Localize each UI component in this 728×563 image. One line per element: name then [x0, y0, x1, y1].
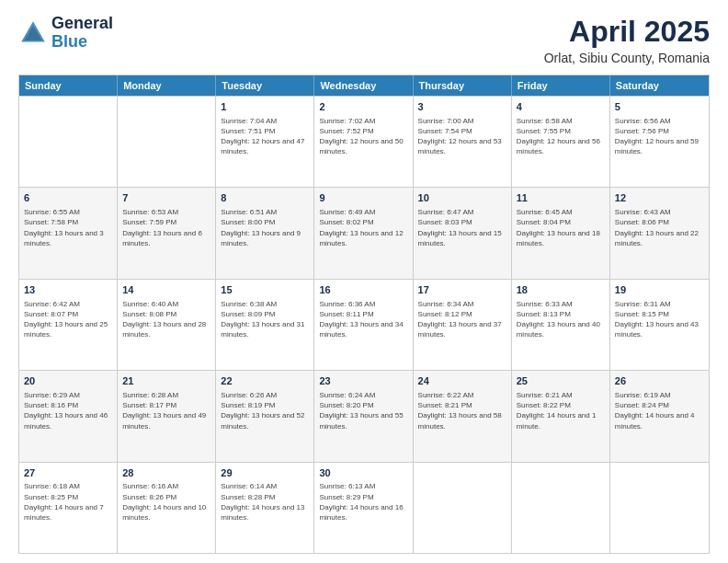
calendar-cell-w2-d4: 9Sunrise: 6:49 AM Sunset: 8:02 PM Daylig…	[314, 188, 413, 278]
day-number: 12	[615, 191, 704, 205]
calendar-cell-w5-d5	[414, 463, 512, 553]
location: Orlat, Sibiu County, Romania	[544, 51, 710, 65]
day-info: Sunrise: 6:43 AM Sunset: 8:06 PM Dayligh…	[615, 207, 704, 248]
day-number: 13	[24, 283, 112, 297]
calendar-cell-w4-d4: 23Sunrise: 6:24 AM Sunset: 8:20 PM Dayli…	[314, 371, 413, 461]
calendar-cell-w3-d7: 19Sunrise: 6:31 AM Sunset: 8:15 PM Dayli…	[610, 280, 709, 370]
day-info: Sunrise: 6:13 AM Sunset: 8:29 PM Dayligh…	[319, 481, 407, 523]
calendar-body: 1Sunrise: 7:04 AM Sunset: 7:51 PM Daylig…	[19, 96, 709, 553]
day-info: Sunrise: 6:53 AM Sunset: 7:59 PM Dayligh…	[122, 207, 210, 248]
day-number: 2	[319, 100, 407, 114]
day-info: Sunrise: 6:47 AM Sunset: 8:03 PM Dayligh…	[418, 207, 506, 248]
calendar-cell-w5-d3: 29Sunrise: 6:14 AM Sunset: 8:28 PM Dayli…	[216, 463, 314, 553]
day-number: 7	[122, 191, 210, 205]
day-info: Sunrise: 6:33 AM Sunset: 8:13 PM Dayligh…	[517, 299, 605, 340]
day-info: Sunrise: 6:16 AM Sunset: 8:26 PM Dayligh…	[122, 481, 210, 523]
calendar-cell-w5-d1: 27Sunrise: 6:18 AM Sunset: 8:25 PM Dayli…	[19, 463, 118, 553]
day-number: 26	[615, 374, 704, 388]
calendar-header: SundayMondayTuesdayWednesdayThursdayFrid…	[19, 75, 709, 96]
day-number: 15	[221, 283, 309, 297]
calendar-cell-w2-d5: 10Sunrise: 6:47 AM Sunset: 8:03 PM Dayli…	[414, 188, 512, 278]
day-number: 19	[615, 283, 704, 297]
logo-general-text: General	[51, 15, 113, 33]
day-info: Sunrise: 6:28 AM Sunset: 8:17 PM Dayligh…	[122, 390, 210, 431]
calendar-cell-w4-d7: 26Sunrise: 6:19 AM Sunset: 8:24 PM Dayli…	[610, 371, 709, 461]
day-info: Sunrise: 6:49 AM Sunset: 8:02 PM Dayligh…	[319, 207, 407, 248]
logo-text: General Blue	[51, 15, 113, 52]
day-number: 21	[122, 374, 210, 388]
calendar-cell-w2-d2: 7Sunrise: 6:53 AM Sunset: 7:59 PM Daylig…	[118, 188, 216, 278]
calendar-cell-w5-d2: 28Sunrise: 6:16 AM Sunset: 8:26 PM Dayli…	[118, 463, 216, 553]
day-info: Sunrise: 6:24 AM Sunset: 8:20 PM Dayligh…	[319, 390, 407, 431]
day-number: 20	[24, 374, 112, 388]
day-number: 1	[221, 100, 309, 114]
day-info: Sunrise: 6:42 AM Sunset: 8:07 PM Dayligh…	[24, 299, 112, 340]
day-number: 24	[418, 374, 506, 388]
day-number: 6	[24, 191, 112, 205]
logo-blue-text: Blue	[51, 33, 113, 52]
day-info: Sunrise: 6:26 AM Sunset: 8:19 PM Dayligh…	[221, 390, 309, 431]
calendar-cell-w1-d7: 5Sunrise: 6:56 AM Sunset: 7:56 PM Daylig…	[610, 97, 709, 187]
day-number: 22	[221, 374, 309, 388]
day-number: 16	[319, 283, 407, 297]
calendar-cell-w3-d2: 14Sunrise: 6:40 AM Sunset: 8:08 PM Dayli…	[118, 280, 216, 370]
calendar-cell-w1-d4: 2Sunrise: 7:02 AM Sunset: 7:52 PM Daylig…	[314, 97, 413, 187]
day-number: 10	[418, 191, 506, 205]
day-number: 30	[319, 466, 407, 480]
day-info: Sunrise: 7:02 AM Sunset: 7:52 PM Dayligh…	[319, 116, 407, 157]
calendar-cell-w4-d5: 24Sunrise: 6:22 AM Sunset: 8:21 PM Dayli…	[414, 371, 512, 461]
day-info: Sunrise: 6:45 AM Sunset: 8:04 PM Dayligh…	[517, 207, 605, 248]
calendar-week-5: 27Sunrise: 6:18 AM Sunset: 8:25 PM Dayli…	[19, 462, 709, 553]
day-header-saturday: Saturday	[610, 75, 709, 96]
day-number: 4	[517, 100, 605, 114]
day-header-friday: Friday	[512, 75, 610, 96]
day-info: Sunrise: 6:22 AM Sunset: 8:21 PM Dayligh…	[418, 390, 506, 431]
title-block: April 2025 Orlat, Sibiu County, Romania	[544, 15, 710, 65]
day-info: Sunrise: 6:14 AM Sunset: 8:28 PM Dayligh…	[221, 481, 309, 523]
day-header-sunday: Sunday	[19, 75, 118, 96]
logo: General Blue	[18, 15, 113, 52]
calendar-cell-w3-d6: 18Sunrise: 6:33 AM Sunset: 8:13 PM Dayli…	[512, 280, 610, 370]
day-number: 11	[517, 191, 605, 205]
day-number: 9	[319, 191, 407, 205]
calendar-cell-w2-d7: 12Sunrise: 6:43 AM Sunset: 8:06 PM Dayli…	[610, 188, 709, 278]
calendar-cell-w4-d6: 25Sunrise: 6:21 AM Sunset: 8:22 PM Dayli…	[512, 371, 610, 461]
calendar-week-3: 13Sunrise: 6:42 AM Sunset: 8:07 PM Dayli…	[19, 279, 709, 370]
calendar-cell-w3-d5: 17Sunrise: 6:34 AM Sunset: 8:12 PM Dayli…	[414, 280, 512, 370]
day-number: 29	[221, 466, 309, 480]
day-info: Sunrise: 7:00 AM Sunset: 7:54 PM Dayligh…	[418, 116, 506, 157]
day-number: 18	[517, 283, 605, 297]
day-number: 14	[122, 283, 210, 297]
page: General Blue April 2025 Orlat, Sibiu Cou…	[0, 0, 728, 563]
day-header-thursday: Thursday	[414, 75, 512, 96]
day-number: 23	[319, 374, 407, 388]
day-info: Sunrise: 6:55 AM Sunset: 7:58 PM Dayligh…	[24, 207, 112, 248]
day-number: 3	[418, 100, 506, 114]
day-info: Sunrise: 6:19 AM Sunset: 8:24 PM Dayligh…	[615, 390, 704, 431]
calendar-cell-w5-d7	[610, 463, 709, 553]
calendar-cell-w4-d1: 20Sunrise: 6:29 AM Sunset: 8:16 PM Dayli…	[19, 371, 118, 461]
calendar-cell-w1-d3: 1Sunrise: 7:04 AM Sunset: 7:51 PM Daylig…	[216, 97, 314, 187]
day-number: 8	[221, 191, 309, 205]
calendar-cell-w5-d6	[512, 463, 610, 553]
day-info: Sunrise: 7:04 AM Sunset: 7:51 PM Dayligh…	[221, 116, 309, 157]
logo-icon	[18, 18, 48, 48]
day-info: Sunrise: 6:34 AM Sunset: 8:12 PM Dayligh…	[418, 299, 506, 340]
day-number: 17	[418, 283, 506, 297]
day-number: 5	[615, 100, 704, 114]
calendar: SundayMondayTuesdayWednesdayThursdayFrid…	[18, 75, 710, 554]
calendar-cell-w2-d6: 11Sunrise: 6:45 AM Sunset: 8:04 PM Dayli…	[512, 188, 610, 278]
day-info: Sunrise: 6:29 AM Sunset: 8:16 PM Dayligh…	[24, 390, 112, 431]
day-header-monday: Monday	[118, 75, 216, 96]
header: General Blue April 2025 Orlat, Sibiu Cou…	[18, 15, 710, 65]
calendar-cell-w1-d1	[19, 97, 118, 187]
calendar-week-1: 1Sunrise: 7:04 AM Sunset: 7:51 PM Daylig…	[19, 96, 709, 187]
day-info: Sunrise: 6:31 AM Sunset: 8:15 PM Dayligh…	[615, 299, 704, 340]
day-info: Sunrise: 6:58 AM Sunset: 7:55 PM Dayligh…	[517, 116, 605, 157]
calendar-cell-w1-d5: 3Sunrise: 7:00 AM Sunset: 7:54 PM Daylig…	[414, 97, 512, 187]
calendar-cell-w2-d1: 6Sunrise: 6:55 AM Sunset: 7:58 PM Daylig…	[19, 188, 118, 278]
day-info: Sunrise: 6:51 AM Sunset: 8:00 PM Dayligh…	[221, 207, 309, 248]
calendar-cell-w1-d2	[118, 97, 216, 187]
calendar-cell-w1-d6: 4Sunrise: 6:58 AM Sunset: 7:55 PM Daylig…	[512, 97, 610, 187]
day-info: Sunrise: 6:56 AM Sunset: 7:56 PM Dayligh…	[615, 116, 704, 157]
